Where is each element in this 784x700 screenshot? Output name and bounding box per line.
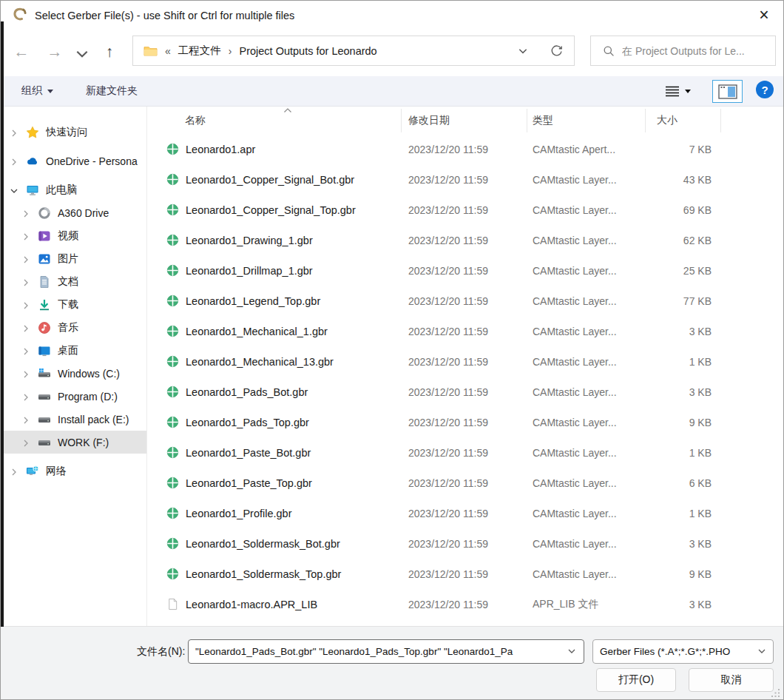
- column-header-name[interactable]: 名称: [185, 114, 206, 127]
- back-button[interactable]: ←: [10, 41, 33, 64]
- refresh-icon[interactable]: [550, 44, 564, 58]
- sidebar-item-videos[interactable]: 视频: [1, 224, 146, 247]
- file-row[interactable]: Leonardo1_Pads_Top.gbr 2023/12/20 11:59 …: [147, 407, 784, 437]
- file-row[interactable]: Leonardo1_Mechanical_13.gbr 2023/12/20 1…: [147, 346, 784, 377]
- sidebar-item-drive-d[interactable]: Program (D:): [1, 385, 146, 408]
- preview-pane-toggle[interactable]: [712, 80, 743, 103]
- sidebar-item-label: 文档: [58, 275, 78, 289]
- file-row[interactable]: Leonardo1_Copper_Signal_Top.gbr 2023/12/…: [147, 195, 784, 225]
- column-header-type[interactable]: 类型: [533, 114, 553, 127]
- file-row[interactable]: Leonardo1_Paste_Top.gbr 2023/12/20 11:59…: [147, 468, 784, 498]
- sidebar-item-pictures[interactable]: 图片: [1, 247, 146, 270]
- breadcrumb-collapse[interactable]: «: [165, 45, 171, 57]
- file-row[interactable]: Leonardo1_Copper_Signal_Bot.gbr 2023/12/…: [147, 164, 784, 195]
- file-size: 6 KB: [645, 477, 720, 489]
- filename-input[interactable]: [188, 639, 584, 664]
- expander-icon[interactable]: [21, 438, 30, 447]
- filetype-dropdown-chevron-icon[interactable]: [757, 647, 766, 656]
- file-type-icon: [166, 598, 179, 610]
- column-header-date[interactable]: 修改日期: [408, 114, 450, 127]
- sidebar-item-documents[interactable]: 文档: [1, 270, 146, 293]
- title-bar: Select Gerber File(s) - use Shift or Ctr…: [1, 1, 783, 30]
- sidebar-item-network[interactable]: 网络: [1, 460, 146, 482]
- column-separator[interactable]: [401, 109, 402, 132]
- forward-button[interactable]: →: [43, 41, 67, 64]
- file-row[interactable]: Leonardo1_Drawing_1.gbr 2023/12/20 11:59…: [147, 225, 784, 255]
- help-button[interactable]: ?: [756, 81, 774, 98]
- file-row[interactable]: Leonardo1_Mechanical_1.gbr 2023/12/20 11…: [147, 316, 784, 346]
- sidebar-item-quick-access[interactable]: 快速访问: [1, 121, 146, 144]
- new-folder-button[interactable]: 新建文件夹: [86, 76, 138, 106]
- file-row[interactable]: Leonardo1_Paste_Bot.gbr 2023/12/20 11:59…: [147, 437, 784, 468]
- sidebar-item-downloads[interactable]: 下载: [1, 293, 146, 316]
- expander-icon[interactable]: [21, 323, 30, 332]
- sidebar-item-onedrive[interactable]: OneDrive - Persona: [1, 149, 146, 172]
- expander-icon[interactable]: [21, 369, 30, 378]
- column-separator[interactable]: [645, 109, 646, 132]
- view-dropdown-triangle-icon: [685, 90, 691, 93]
- list-view-icon: [665, 85, 680, 97]
- file-row[interactable]: Leonardo1_Soldermask_Bot.gbr 2023/12/20 …: [147, 528, 784, 559]
- list-header: 名称 修改日期 类型 大小: [147, 107, 784, 134]
- file-date-modified: 2023/12/20 11:59: [401, 144, 527, 155]
- file-row[interactable]: Leonardo1_Legend_Top.gbr 2023/12/20 11:5…: [147, 286, 784, 316]
- file-type-icon: [166, 203, 179, 216]
- sidebar-item-label: 桌面: [58, 344, 78, 357]
- expander-icon[interactable]: [21, 392, 30, 401]
- sidebar-item-drive-e[interactable]: Install pack (E:): [1, 408, 146, 431]
- expander-icon[interactable]: [10, 186, 18, 195]
- expander-icon[interactable]: [21, 300, 30, 309]
- file-row[interactable]: Leonardo1_Drillmap_1.gbr 2023/12/20 11:5…: [147, 255, 784, 286]
- filename-dropdown-chevron-icon[interactable]: [567, 647, 576, 656]
- open-button[interactable]: 打开(O): [596, 668, 676, 692]
- expander-icon[interactable]: [10, 467, 18, 476]
- sidebar-item-desktop[interactable]: 桌面: [1, 339, 146, 362]
- file-row[interactable]: Leonardo1.apr 2023/12/20 11:59 CAMtastic…: [147, 134, 784, 164]
- search-input[interactable]: [622, 45, 763, 57]
- file-row[interactable]: Leonardo1_Profile.gbr 2023/12/20 11:59 C…: [147, 498, 784, 528]
- a360-icon: [38, 206, 51, 220]
- file-row[interactable]: Leonardo1_Pads_Bot.gbr 2023/12/20 11:59 …: [147, 377, 784, 407]
- sidebar-item-this-pc[interactable]: 此电脑: [1, 178, 146, 201]
- filetype-select[interactable]: Gerber Files (*.A*;*.G*;*.PHO: [592, 639, 774, 664]
- cancel-button[interactable]: 取消: [689, 668, 774, 692]
- column-separator[interactable]: [720, 109, 721, 132]
- expander-icon[interactable]: [21, 209, 30, 218]
- address-bar[interactable]: « 工程文件 › Project Outputs for Leonardo: [132, 36, 575, 66]
- up-button[interactable]: ↑: [98, 41, 121, 64]
- file-type: CAMtastic Layer...: [527, 417, 645, 428]
- expander-icon[interactable]: [10, 128, 18, 137]
- expander-icon[interactable]: [21, 415, 30, 424]
- file-name: Leonardo1_Profile.gbr: [186, 508, 292, 519]
- sidebar-item-label: 视频: [58, 229, 78, 243]
- sidebar-item-drive-c[interactable]: Windows (C:): [1, 362, 146, 385]
- expander-icon[interactable]: [10, 157, 18, 166]
- view-mode-button[interactable]: [665, 76, 691, 106]
- column-header-size[interactable]: 大小: [657, 114, 677, 127]
- network-icon: [26, 465, 39, 478]
- breadcrumb-current[interactable]: Project Outputs for Leonardo: [239, 45, 376, 57]
- expander-icon[interactable]: [21, 255, 30, 263]
- column-separator[interactable]: [527, 109, 527, 132]
- file-type: CAMtastic Layer...: [527, 235, 645, 246]
- sidebar-item-a360-drive[interactable]: A360 Drive: [1, 201, 146, 224]
- dropdown-triangle-icon: [47, 90, 53, 93]
- sidebar-item-label: A360 Drive: [58, 207, 109, 219]
- expander-icon[interactable]: [21, 346, 30, 355]
- expander-icon[interactable]: [21, 232, 30, 240]
- close-button[interactable]: ×: [745, 1, 783, 29]
- recent-locations-chevron-icon[interactable]: [75, 47, 89, 61]
- sidebar-item-drive-f[interactable]: WORK (F:): [1, 431, 146, 454]
- file-row[interactable]: Leonardo1_Soldermask_Top.gbr 2023/12/20 …: [147, 559, 784, 589]
- file-row[interactable]: Leonardo1-macro.APR_LIB 2023/12/20 11:59…: [147, 589, 784, 619]
- search-box[interactable]: [590, 36, 776, 66]
- command-toolbar: 组织 新建文件夹 ?: [1, 76, 783, 107]
- file-date-modified: 2023/12/20 11:59: [401, 204, 527, 216]
- expander-icon[interactable]: [21, 277, 30, 286]
- sidebar-item-music[interactable]: 音乐: [1, 316, 146, 339]
- resize-grip[interactable]: [771, 689, 780, 698]
- organize-menu-button[interactable]: 组织: [21, 76, 53, 106]
- breadcrumb-parent[interactable]: 工程文件: [178, 44, 221, 58]
- address-dropdown-chevron-icon[interactable]: [518, 46, 528, 56]
- file-name: Leonardo1_Soldermask_Bot.gbr: [186, 538, 340, 550]
